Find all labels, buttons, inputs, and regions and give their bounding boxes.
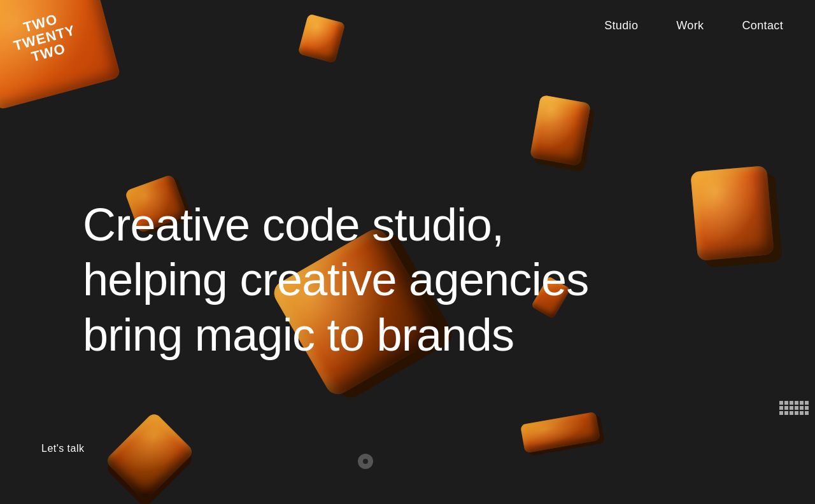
- nav-item-work[interactable]: Work: [676, 19, 704, 32]
- pixel-dot: [779, 406, 783, 410]
- pixel-dot: [779, 411, 783, 415]
- pixel-dot: [805, 406, 809, 410]
- pixel-dot: [784, 411, 788, 415]
- pixel-dot: [790, 411, 793, 415]
- nav-item-contact[interactable]: Contact: [742, 19, 783, 32]
- hero-section: Creative code studio, helping creative a…: [83, 197, 656, 362]
- logo-shape: TWO TWENTY TWo: [0, 0, 121, 110]
- hero-headline: Creative code studio, helping creative a…: [83, 197, 656, 362]
- pixel-dot: [795, 401, 798, 405]
- pixel-dot: [784, 406, 788, 410]
- lets-talk-link[interactable]: Let's talk: [41, 443, 84, 454]
- logo-text: TWO TWENTY TWo: [8, 8, 82, 69]
- floating-shape-2: [530, 95, 591, 166]
- floating-shape-7: [104, 411, 194, 501]
- pixel-dot: [800, 406, 804, 410]
- floating-shape-3: [690, 165, 774, 261]
- pixel-dot: [790, 406, 793, 410]
- main-nav: Studio Work Contact: [572, 0, 815, 52]
- pixel-dot: [790, 401, 793, 405]
- pixel-dot: [800, 411, 804, 415]
- pixel-dot: [779, 401, 783, 405]
- pixel-dot: [805, 401, 809, 405]
- scroll-indicator[interactable]: [358, 454, 373, 469]
- pixel-dot: [805, 411, 809, 415]
- floating-shape-8: [520, 412, 600, 453]
- pixel-dot: [795, 411, 798, 415]
- floating-shape-1: [298, 13, 346, 63]
- nav-item-studio[interactable]: Studio: [604, 19, 638, 32]
- pixel-dot: [795, 406, 798, 410]
- logo[interactable]: TWO TWENTY TWo: [0, 0, 127, 108]
- pixel-dot: [800, 401, 804, 405]
- pixel-decoration: [779, 401, 809, 415]
- pixel-dot: [784, 401, 788, 405]
- scroll-circle-icon: [358, 454, 373, 469]
